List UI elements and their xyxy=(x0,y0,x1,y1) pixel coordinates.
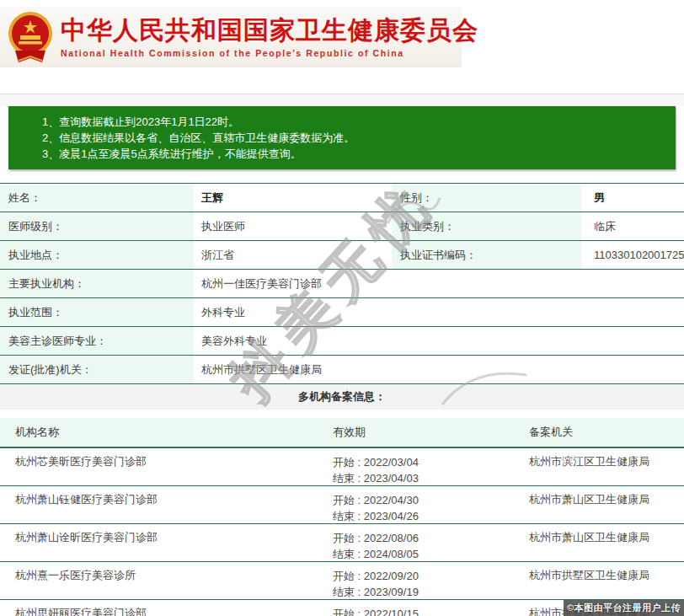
info-row-location-certno: 执业地点： 浙江省 执业证书编码： 110330102001725 xyxy=(0,241,684,270)
gender-value: 男 xyxy=(581,184,684,212)
certificate-no-value: 110330102001725 xyxy=(581,241,684,269)
org-valid-period: 开始 : 2022/10/15 结束 : 2025/10/14 xyxy=(324,606,518,616)
cosmetic-specialty-value: 美容外科专业 xyxy=(194,327,684,355)
certificate-no-label: 执业证书编码： xyxy=(392,241,581,269)
table-row: 杭州萧山诠昕医疗美容门诊部 开始 : 2022/08/06 结束 : 2024/… xyxy=(0,524,684,562)
col-header-valid-period: 有效期 xyxy=(324,425,518,440)
doctor-level-value: 执业医师 xyxy=(194,212,392,240)
header-banner: 中华人民共和国国家卫生健康委员会 National Health Commiss… xyxy=(0,7,684,81)
image-credit-badge: ©本图由平台注册用户上传 xyxy=(564,600,684,616)
practice-scope-value: 外科专业 xyxy=(194,298,684,326)
org-name: 杭州萧山钰健医疗美容门诊部 xyxy=(0,492,324,524)
notice-line-1: 1、查询数据截止到2023年1月1日22时。 xyxy=(42,114,667,130)
issuing-authority-value: 杭州市拱墅区卫生健康局 xyxy=(194,356,684,383)
doctor-info-table: 姓名： 王辉 性别： 男 医师级别： 执业医师 执业类别： 临床 执业地点： 浙… xyxy=(0,183,684,384)
period-end: 结束 : 2023/04/03 xyxy=(333,470,518,486)
practice-scope-label: 执业范围： xyxy=(0,298,194,326)
org-valid-period: 开始 : 2022/04/30 结束 : 2023/04/26 xyxy=(324,492,518,524)
name-label: 姓名： xyxy=(0,184,194,212)
multi-org-table: 机构名称 有效期 备案机关 杭州芯美昕医疗美容门诊部 开始 : 2022/03/… xyxy=(0,418,684,616)
table-row: 杭州萧山钰健医疗美容门诊部 开始 : 2022/04/30 结束 : 2023/… xyxy=(0,486,684,524)
cosmetic-specialty-label: 美容主诊医师专业： xyxy=(0,327,194,355)
main-org-value: 杭州一佳医疗美容门诊部 xyxy=(194,270,684,297)
org-filing-authority: 杭州市滨江区卫生健康局 xyxy=(518,454,684,486)
info-row-main-org: 主要执业机构： 杭州一佳医疗美容门诊部 xyxy=(0,270,684,298)
multi-org-table-header: 机构名称 有效期 备案机关 xyxy=(0,418,684,448)
practice-location-label: 执业地点： xyxy=(0,241,194,269)
table-row: 杭州熹一乐医疗美容诊所 开始 : 2022/09/20 结束 : 2023/09… xyxy=(0,562,684,600)
period-start: 开始 : 2022/04/30 xyxy=(333,492,518,508)
period-start: 开始 : 2022/09/20 xyxy=(333,568,518,584)
col-header-filing-authority: 备案机关 xyxy=(518,425,684,440)
gender-label: 性别： xyxy=(392,184,581,212)
org-valid-period: 开始 : 2022/09/20 结束 : 2023/09/19 xyxy=(324,568,518,600)
period-start: 开始 : 2022/10/15 xyxy=(333,606,518,616)
notice-line-3: 3、凌晨1点至凌晨5点系统进行维护，不能提供查询。 xyxy=(42,146,667,162)
notice-box: 1、查询数据截止到2023年1月1日22时。 2、信息数据结果以各省、自治区、直… xyxy=(8,106,676,169)
info-row-name-gender: 姓名： 王辉 性别： 男 xyxy=(0,184,684,212)
period-end: 结束 : 2024/08/05 xyxy=(333,546,518,562)
period-start: 开始 : 2022/03/04 xyxy=(333,454,518,470)
info-row-cosmetic-specialty: 美容主诊医师专业： 美容外科专业 xyxy=(0,327,684,356)
practice-category-label: 执业类别： xyxy=(392,212,581,240)
table-row: 杭州芯美昕医疗美容门诊部 开始 : 2022/03/04 结束 : 2023/0… xyxy=(0,448,684,486)
org-name: 杭州熹一乐医疗美容诊所 xyxy=(0,568,324,600)
org-valid-period: 开始 : 2022/03/04 结束 : 2023/04/03 xyxy=(324,454,518,486)
name-value: 王辉 xyxy=(194,184,392,212)
national-emblem-icon xyxy=(7,10,54,64)
period-end: 结束 : 2023/09/19 xyxy=(333,584,518,600)
info-row-practice-scope: 执业范围： 外科专业 xyxy=(0,298,684,327)
info-row-issuing-authority: 发证(批准)机关： 杭州市拱墅区卫生健康局 xyxy=(0,356,684,384)
org-name: 杭州芯美昕医疗美容门诊部 xyxy=(0,454,324,486)
practice-location-value: 浙江省 xyxy=(194,241,392,269)
site-title-cn: 中华人民共和国国家卫生健康委员会 xyxy=(61,16,478,45)
org-name: 杭州思妍丽医疗美容门诊部 xyxy=(0,606,324,616)
header-titles: 中华人民共和国国家卫生健康委员会 National Health Commiss… xyxy=(61,16,478,58)
header-divider xyxy=(0,94,684,106)
period-start: 开始 : 2022/08/06 xyxy=(333,530,518,546)
notice-line-2: 2、信息数据结果以各省、自治区、直辖市卫生健康委数据为准。 xyxy=(42,130,667,146)
org-valid-period: 开始 : 2022/08/06 结束 : 2024/08/05 xyxy=(324,530,518,562)
org-filing-authority: 杭州市萧山区卫生健康局 xyxy=(518,530,684,562)
main-org-label: 主要执业机构： xyxy=(0,270,194,297)
org-filing-authority: 杭州市拱墅区卫生健康局 xyxy=(518,568,684,600)
doctor-level-label: 医师级别： xyxy=(0,212,194,240)
col-header-org-name: 机构名称 xyxy=(0,425,324,440)
org-filing-authority: 杭州市萧山区卫生健康局 xyxy=(518,492,684,524)
org-name: 杭州萧山诠昕医疗美容门诊部 xyxy=(0,530,324,562)
issuing-authority-label: 发证(批准)机关： xyxy=(0,356,194,383)
site-title-en: National Health Commission of the People… xyxy=(61,48,478,58)
period-end: 结束 : 2023/04/26 xyxy=(333,508,518,524)
header-banner-inner: 中华人民共和国国家卫生健康委员会 National Health Commiss… xyxy=(0,7,462,67)
info-row-level-category: 医师级别： 执业医师 执业类别： 临床 xyxy=(0,212,684,241)
practice-category-value: 临床 xyxy=(581,212,684,240)
multi-org-section-title: 多机构备案信息： xyxy=(0,384,684,410)
